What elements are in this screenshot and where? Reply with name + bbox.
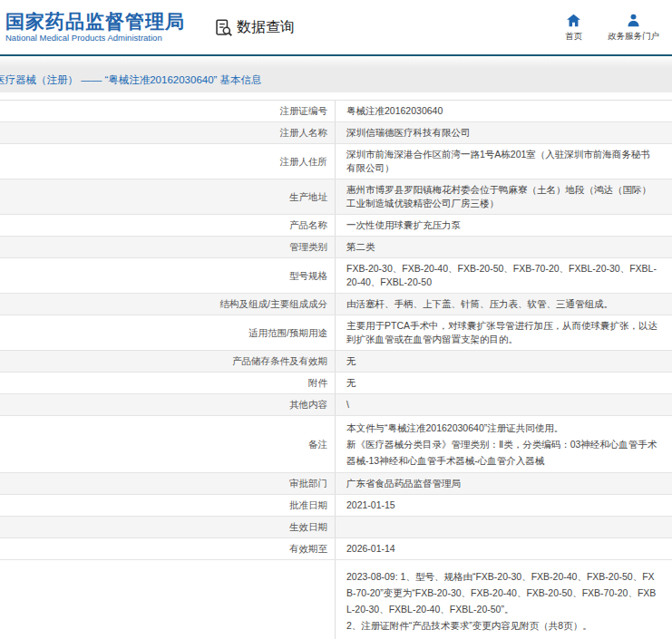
row-label: 其他内容 (0, 394, 336, 415)
value-line: 本文件与“粤械注准20162030640”注册证共同使用。 (346, 420, 658, 436)
row-value: 一次性使用球囊扩充压力泵 (336, 215, 672, 236)
document-search-icon (214, 18, 233, 37)
row-label: 有效期至 (0, 538, 336, 559)
logo-title: 国家药品监督管理局 (5, 11, 185, 33)
table-row: 备注 本文件与“粤械注准20162030640”注册证共同使用。新《医疗器械分类… (0, 416, 672, 473)
breadcrumb: 医疗器械（注册） —— “粤械注准20162030640” 基本信息 (0, 73, 262, 87)
value-line: 2、注册证附件“产品技术要求”变更内容见附页（共8页）。 (346, 617, 658, 634)
table-row: 生效日期 (0, 517, 672, 538)
row-label: 备注 (0, 416, 336, 472)
value-line: 2023-08-09: 1、型号、规格由“FXB-20-30、FXB-20-40… (346, 568, 658, 617)
row-label: 结构及组成/主要组成成分 (0, 294, 336, 315)
value-line (346, 634, 658, 639)
spacer (0, 92, 672, 100)
site-header: 国家药品监督管理局 National Medical Products Admi… (0, 0, 672, 54)
breadcrumb-bar: 医疗器械（注册） —— “粤械注准20162030640” 基本信息 (0, 67, 672, 92)
table-row: 附件 无 (0, 373, 672, 394)
row-label: 适用范围/预期用途 (0, 315, 336, 350)
row-value: \ (336, 394, 672, 415)
table-row: 有效期至 2026-01-14 (0, 538, 672, 560)
row-value: 主要用于PTCA手术中，对球囊扩张导管进行加压，从而使球囊扩张，以达到扩张血管或… (336, 315, 672, 350)
table-row: 生产地址 惠州市博罗县罗阳镇梅花村委会位于鸭麻寮（土名）地段（鸿达（国际）工业制… (0, 179, 672, 215)
row-value: 无 (336, 373, 672, 393)
nav-gov-portal[interactable]: 政务服务门户 (608, 13, 659, 43)
value-line: 新《医疗器械分类目录》管理类别：Ⅱ类，分类编码：03神经和心血管手术器械-13神… (346, 436, 658, 469)
row-label: 产品储存条件及有效期 (0, 351, 336, 372)
logo-subtitle: National Medical Products Administration (5, 33, 185, 44)
row-label: 型号规格 (0, 258, 336, 293)
nmpa-logo[interactable]: 国家药品监督管理局 National Medical Products Admi… (5, 11, 185, 44)
row-value: 本文件与“粤械注准20162030640”注册证共同使用。新《医疗器械分类目录》… (336, 416, 672, 472)
table-row: 产品名称 一次性使用球囊扩充压力泵 (0, 215, 672, 237)
row-value: 无 (336, 351, 672, 372)
row-label: 生效日期 (0, 517, 336, 537)
row-value: 惠州市博罗县罗阳镇梅花村委会位于鸭麻寮（土名）地段（鸿达（国际）工业制造城优骏精… (336, 179, 672, 214)
row-label: 注册证编号 (0, 101, 336, 121)
nav-home[interactable]: 首页 (565, 13, 582, 43)
header-nav: 首页 政务服务门户 (565, 13, 659, 43)
row-label: 注册人住所 (0, 144, 336, 179)
row-value: 第二类 (336, 237, 672, 257)
row-value: 广东省食品药品监督管理局 (336, 473, 672, 494)
data-query-title: 数据查询 (237, 18, 295, 37)
row-value: 2021-01-15 (336, 495, 672, 516)
table-row: 其他内容 \ (0, 394, 672, 416)
row-label: 审批部门 (0, 473, 336, 494)
user-icon (626, 13, 641, 28)
row-label: 变更情况 (0, 560, 336, 639)
table-row: 产品储存条件及有效期 无 (0, 351, 672, 373)
nav-home-label: 首页 (565, 31, 582, 43)
table-row: 管理类别 第二类 (0, 237, 672, 258)
row-value: FXB-20-30、FXB-20-40、FXB-20-50、FXB-70-20、… (336, 258, 672, 293)
table-row: 结构及组成/主要组成成分 由活塞杆、手柄、上下盖、针筒、压力表、软管、三通管组成… (0, 294, 672, 315)
table-row: 注册人住所 深圳市前海深港合作区前湾一路1号A栋201室（入驻深圳市前海商务秘书… (0, 144, 672, 179)
table-row: 变更情况 2023-08-09: 1、型号、规格由“FXB-20-30、FXB-… (0, 560, 672, 639)
row-value: 粤械注准20162030640 (336, 101, 672, 121)
row-label: 注册人名称 (0, 122, 336, 143)
detail-table: 注册证编号 粤械注准20162030640 注册人名称 深圳信瑞德医疗科技有限公… (0, 100, 672, 639)
row-value (336, 517, 672, 537)
row-label: 生产地址 (0, 179, 336, 214)
home-icon (566, 13, 581, 28)
row-value: 由活塞杆、手柄、上下盖、针筒、压力表、软管、三通管组成。 (336, 294, 672, 315)
row-value: 2026-01-14 (336, 538, 672, 559)
row-label: 管理类别 (0, 237, 336, 257)
nav-gov-portal-label: 政务服务门户 (608, 31, 659, 43)
header-gradient-band (0, 56, 672, 67)
row-value: 深圳市前海深港合作区前湾一路1号A栋201室（入驻深圳市前海商务秘书有限公司） (336, 144, 672, 179)
table-row: 型号规格 FXB-20-30、FXB-20-40、FXB-20-50、FXB-7… (0, 258, 672, 294)
row-label: 产品名称 (0, 215, 336, 236)
row-label: 附件 (0, 373, 336, 393)
row-value: 深圳信瑞德医疗科技有限公司 (336, 122, 672, 143)
table-row: 批准日期 2021-01-15 (0, 495, 672, 517)
row-label: 批准日期 (0, 495, 336, 516)
table-row: 审批部门 广东省食品药品监督管理局 (0, 473, 672, 495)
table-row: 注册证编号 粤械注准20162030640 (0, 101, 672, 122)
table-row: 适用范围/预期用途 主要用于PTCA手术中，对球囊扩张导管进行加压，从而使球囊扩… (0, 315, 672, 351)
table-row: 注册人名称 深圳信瑞德医疗科技有限公司 (0, 122, 672, 144)
row-value: 2023-08-09: 1、型号、规格由“FXB-20-30、FXB-20-40… (336, 560, 672, 639)
data-query-section[interactable]: 数据查询 (214, 18, 295, 37)
